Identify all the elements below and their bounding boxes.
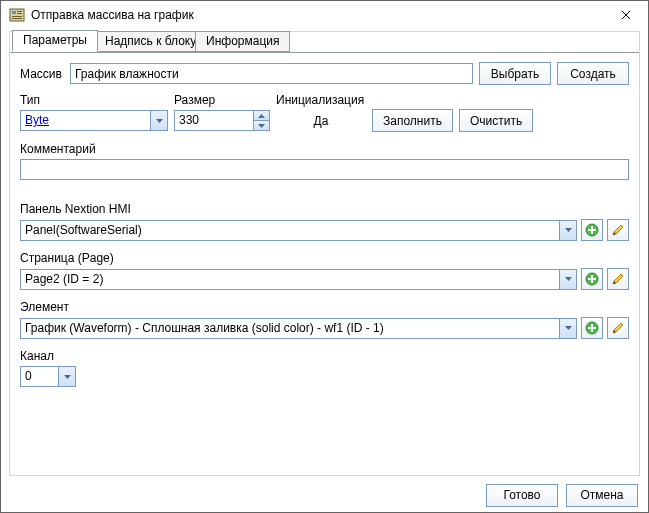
svg-rect-4 (12, 16, 22, 17)
svg-rect-3 (17, 13, 22, 14)
app-icon (9, 7, 25, 23)
array-input[interactable] (70, 63, 473, 84)
fill-button[interactable]: Заполнить (372, 109, 453, 132)
svg-rect-0 (10, 9, 24, 21)
panel-combo[interactable]: Panel(SoftwareSerial) (20, 220, 577, 241)
clear-button[interactable]: Очистить (459, 109, 533, 132)
svg-rect-11 (588, 278, 596, 280)
titlebar: Отправка массива на график (1, 1, 648, 29)
svg-rect-2 (17, 11, 22, 12)
dialog-footer: Готово Отмена (1, 478, 648, 512)
svg-rect-14 (588, 327, 596, 329)
channel-label: Канал (20, 349, 629, 363)
page-combo[interactable]: Page2 (ID = 2) (20, 269, 577, 290)
ok-button[interactable]: Готово (486, 484, 558, 507)
page-edit-button[interactable] (607, 268, 629, 290)
type-label: Тип (20, 93, 168, 107)
tab-block-label-label: Надпись к блоку (105, 34, 196, 48)
svg-rect-8 (588, 229, 596, 231)
panel-add-button[interactable] (581, 219, 603, 241)
page-label: Страница (Page) (20, 251, 629, 265)
cancel-button[interactable]: Отмена (566, 484, 638, 507)
panel-parameters: Массив Выбрать Создать Тип Размер Инициа… (10, 54, 639, 475)
comment-input[interactable] (20, 159, 629, 180)
channel-combo[interactable]: 0 (20, 366, 76, 387)
panel-edit-button[interactable] (607, 219, 629, 241)
select-button[interactable]: Выбрать (479, 62, 551, 85)
element-label: Элемент (20, 300, 629, 314)
type-value: Byte (21, 111, 150, 130)
close-button[interactable] (612, 1, 640, 29)
create-button[interactable]: Создать (557, 62, 629, 85)
page-add-button[interactable] (581, 268, 603, 290)
chevron-down-icon (559, 319, 576, 338)
chevron-down-icon (559, 270, 576, 289)
chevron-down-icon (58, 367, 75, 386)
spinner-down-icon[interactable] (254, 121, 269, 130)
chevron-down-icon (150, 111, 167, 130)
element-value: График (Waveform) - Сплошная заливка (so… (21, 319, 559, 338)
svg-rect-1 (12, 11, 16, 14)
channel-value: 0 (21, 367, 58, 386)
spinner-up-icon[interactable] (254, 111, 269, 121)
init-label: Инициализация (276, 93, 366, 107)
window-title: Отправка массива на график (31, 8, 612, 22)
tab-parameters[interactable]: Параметры (12, 30, 98, 52)
panel-label: Панель Nextion HMI (20, 202, 629, 216)
page-value: Page2 (ID = 2) (21, 270, 559, 289)
size-value: 330 (175, 111, 253, 130)
tab-information-label: Информация (206, 34, 279, 48)
size-spinner[interactable]: 330 (174, 110, 270, 131)
element-edit-button[interactable] (607, 317, 629, 339)
svg-rect-5 (12, 18, 22, 19)
panel-value: Panel(SoftwareSerial) (21, 221, 559, 240)
chevron-down-icon (559, 221, 576, 240)
size-label: Размер (174, 93, 270, 107)
array-label: Массив (20, 67, 64, 81)
comment-label: Комментарий (20, 142, 629, 156)
tab-information[interactable]: Информация (195, 31, 290, 52)
tabstrip: Параметры Надпись к блоку Информация (10, 31, 639, 53)
tab-parameters-label: Параметры (23, 33, 87, 47)
type-combo[interactable]: Byte (20, 110, 168, 131)
tab-block-label[interactable]: Надпись к блоку (94, 31, 207, 52)
dialog-frame: Параметры Надпись к блоку Информация Мас… (9, 31, 640, 476)
element-add-button[interactable] (581, 317, 603, 339)
element-combo[interactable]: График (Waveform) - Сплошная заливка (so… (20, 318, 577, 339)
init-value: Да (276, 114, 366, 128)
